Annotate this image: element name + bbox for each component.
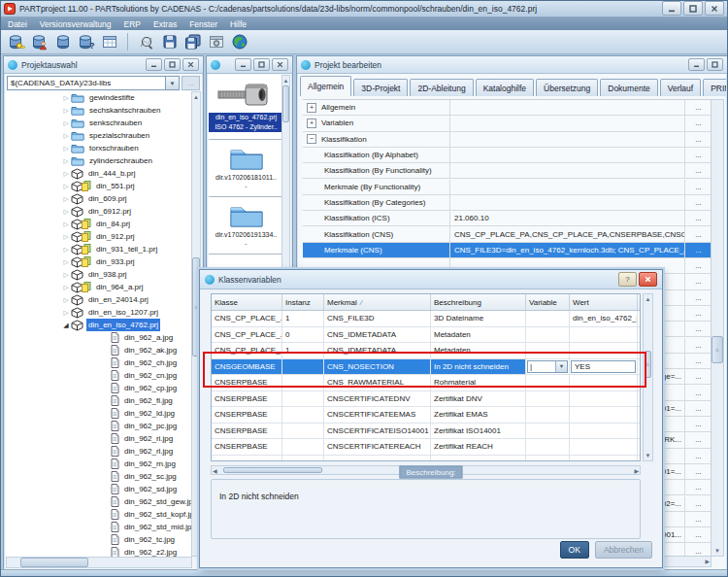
minimize-icon[interactable] [662, 1, 681, 16]
tree-horizontal-scrollbar[interactable] [6, 557, 192, 568]
column-header-variable[interactable]: Variable [526, 294, 570, 310]
menu-item-versionsverwaltung[interactable]: Versionsverwaltung [40, 19, 112, 29]
scroll-up-icon[interactable]: ▲ [282, 77, 289, 85]
tree-item-din_962_z2-jpg[interactable]: din_962_z2.jpg [6, 546, 192, 557]
grid-more-button[interactable]: ... [685, 116, 711, 130]
tree-item-din_962_a-jpg[interactable]: din_962_a.jpg [6, 331, 192, 344]
collapsed-arrow-icon[interactable]: ▷ [61, 142, 71, 154]
collapsed-arrow-icon[interactable]: ▷ [61, 167, 71, 180]
grid-more-button[interactable]: ... [685, 100, 711, 115]
collapsed-arrow-icon[interactable]: ▷ [61, 255, 71, 268]
panel-minimize-icon[interactable] [688, 58, 705, 71]
collapsed-arrow-icon[interactable]: ▷ [61, 268, 71, 281]
thumbnail-item-folder-2[interactable]: dir.v170206191334..- [209, 202, 283, 247]
panel-maximize-icon[interactable] [253, 58, 270, 71]
tree-item-din_938-prj[interactable]: ▷din_938.prj [6, 268, 192, 281]
grid-more-button[interactable]: ... [685, 211, 711, 225]
database-user-icon[interactable] [29, 32, 50, 52]
expand-plus-icon[interactable]: + [307, 119, 316, 128]
scroll-right-icon[interactable]: ▶ [705, 558, 710, 565]
grid-more-button[interactable]: ... [685, 354, 711, 368]
menu-item-fenster[interactable]: Fenster [189, 19, 217, 29]
grid-more-button[interactable]: ... [685, 226, 711, 241]
grid-row[interactable]: −Klassifikation... [303, 132, 711, 148]
tree-item-din_962_ld-jpg[interactable]: din_962_ld.jpg [6, 407, 192, 420]
scroll-up-icon[interactable]: ▲ [644, 295, 652, 303]
grid-more-button[interactable]: ... [685, 132, 711, 147]
tab-3d-projekt[interactable]: 3D-Projekt [353, 79, 408, 96]
tree-item-din_933-prj[interactable]: ▷din_933.prj [6, 255, 192, 268]
grid-row[interactable]: Merkmale (CNS)CNS_FILE3D=din_en_iso_4762… [303, 243, 711, 258]
column-header-wert[interactable]: Wert [570, 294, 638, 310]
dialog-vscroll-thumb[interactable]: ≡ [645, 351, 651, 378]
class-variable-row[interactable]: CNSERPBASECNS_RAWMATERIALRohmaterial [212, 375, 640, 391]
collapsed-arrow-icon[interactable]: ▷ [61, 306, 71, 319]
database-icon[interactable] [52, 32, 73, 52]
database-question-icon[interactable]: ? [76, 32, 96, 52]
tab--bersetzung[interactable]: Übersetzung [536, 79, 598, 96]
panel-maximize-icon[interactable] [164, 58, 181, 71]
collapsed-arrow-icon[interactable]: ▷ [61, 218, 71, 230]
collapse-minus-icon[interactable]: − [307, 134, 316, 144]
grid-more-button[interactable]: ... [685, 322, 711, 336]
database-key-icon[interactable] [6, 32, 26, 52]
tree-item-din_962_sd-jpg[interactable]: din_962_sd.jpg [6, 483, 192, 495]
tree-item-din_962_fl-jpg[interactable]: din_962_fl.jpg [6, 394, 192, 407]
tree-item-din_609-prj[interactable]: ▷din_609.prj [6, 192, 192, 205]
scroll-left-icon[interactable]: ◀ [213, 467, 217, 475]
tree-item-din_en_iso_1207-prj[interactable]: ▷din_en_iso_1207.prj [6, 306, 192, 319]
panel-minimize-icon[interactable] [235, 58, 251, 71]
class-variable-row[interactable]: CNSERPBASECNSCERTIFICATEEMASZertifikat E… [212, 407, 640, 424]
settings-window-icon[interactable] [206, 32, 226, 52]
maximize-icon[interactable] [683, 1, 703, 16]
grid-more-button[interactable]: ... [685, 274, 711, 288]
tree-item-din_962_ch-jpg[interactable]: din_962_ch.jpg [6, 356, 192, 369]
column-header-merkmal[interactable]: Merkmal∕ [324, 294, 431, 310]
tree-item-din_931_teil_1-prj[interactable]: ▷din_931_teil_1.prj [6, 243, 192, 255]
collapsed-arrow-icon[interactable]: ▷ [61, 205, 71, 218]
class-variable-row[interactable]: CNSERPBASECNSCERTIFICATEDNVZertifikat DN… [212, 391, 640, 408]
copy-save-icon[interactable] [182, 32, 203, 52]
grid-row[interactable]: +Variablen... [303, 116, 711, 131]
class-variable-row[interactable]: CNSERPBASECNSCERTIFICATEROHSZertifikat R… [212, 456, 640, 462]
expand-plus-icon[interactable]: + [307, 103, 316, 113]
grid-row[interactable]: Klassifikation (CNS)CNS_CP_PLACE_PA,CNS_… [303, 226, 711, 242]
collapsed-arrow-icon[interactable]: ▷ [61, 129, 71, 142]
collapsed-arrow-icon[interactable]: ▷ [61, 180, 71, 192]
search-icon[interactable] [136, 32, 156, 52]
panel-close-icon[interactable] [182, 58, 199, 71]
tab-2d-ableitung[interactable]: 2D-Ableitung [410, 79, 473, 96]
grid-row[interactable]: Klassifikation (By Alphabet)... [303, 148, 711, 163]
tree-item-torxschrauben[interactable]: ▷torxschrauben [6, 142, 192, 154]
panel-maximize-icon[interactable] [707, 58, 723, 71]
grid-row[interactable]: Merkmale (By Functionality)... [303, 180, 711, 195]
globe-icon[interactable] [229, 32, 249, 52]
grid-row[interactable]: Klassifikation (By Categories)... [303, 195, 711, 211]
collapsed-arrow-icon[interactable]: ▷ [61, 293, 71, 306]
close-icon[interactable] [705, 1, 724, 16]
combo-dropdown-icon[interactable]: ▼ [555, 361, 567, 372]
grid-more-button[interactable]: ... [685, 464, 711, 479]
class-variable-row[interactable]: CNSERPBASECNSCERTIFICATEREACHZertifikat … [212, 439, 640, 456]
tree-item-din_en_iso_4762-prj[interactable]: ◢din_en_iso_4762.prj [6, 319, 192, 331]
tree-hscroll-thumb[interactable] [20, 558, 88, 567]
tree-item-senkschrauben[interactable]: ▷senkschrauben [6, 117, 192, 129]
dialog-close-icon[interactable] [639, 272, 657, 287]
tree-item-din_962_rl-jpg[interactable]: din_962_rl.jpg [6, 445, 192, 458]
grid-vertical-scrollbar[interactable]: ≡ ▼ [711, 99, 724, 557]
grid-more-button[interactable]: ... [685, 338, 711, 353]
tab-kataloghilfe[interactable]: Kataloghilfe [476, 79, 534, 96]
path-combo[interactable]: $(CADENAS_DATA)/23d-libs [7, 76, 166, 90]
grid-more-button[interactable]: ... [685, 417, 711, 431]
tree-item-din_551-prj[interactable]: ▷din_551.prj [6, 180, 192, 192]
tree-item-din_962_cp-jpg[interactable]: din_962_cp.jpg [6, 382, 192, 394]
grid-more-button[interactable]: ... [685, 480, 711, 494]
cancel-button[interactable]: Abbrechen [595, 541, 652, 559]
tree-item-din_962_std_gew-jpg[interactable]: din_962_std_gew.jpg [6, 495, 192, 508]
tab-printcatalog[interactable]: PRINTcatalog [703, 79, 726, 96]
ok-button[interactable]: OK [560, 541, 589, 559]
thumbnail-item-screw[interactable]: din_en_iso_4762.prjISO 4762 - Zylinder.. [209, 78, 283, 132]
variable-combo[interactable]: |▼ [527, 360, 568, 373]
collapsed-arrow-icon[interactable]: ▷ [61, 230, 71, 243]
grid-more-button[interactable]: ... [685, 385, 711, 399]
